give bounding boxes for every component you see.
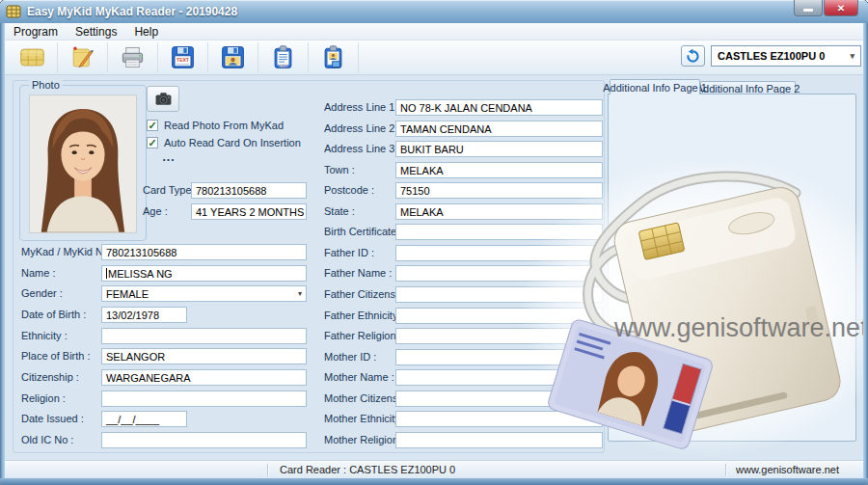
field-value: MELAKA xyxy=(400,206,444,218)
checkbox-label: Read Photo From MyKad xyxy=(164,120,284,131)
checkbox-label: Auto Read Card On Insertion xyxy=(164,137,301,148)
meta-input-card-type[interactable]: 780213105688 xyxy=(191,182,307,199)
left-input-date-of-birth[interactable]: 13/02/1978 xyxy=(101,307,187,323)
field-value: TAMAN CENDANA xyxy=(400,123,492,135)
mid-label-mother-religion: Mother Religion : xyxy=(324,434,404,445)
mid-label-town: Town : xyxy=(324,164,355,175)
menu-settings[interactable]: Settings xyxy=(67,24,125,40)
edit-icon xyxy=(69,44,95,70)
mid-input-birth-certificate[interactable] xyxy=(395,224,603,240)
print-button[interactable] xyxy=(108,42,158,72)
text-caret xyxy=(106,268,107,279)
chevron-down-icon: ▾ xyxy=(850,51,854,61)
reader-select[interactable]: CASTLES EZ100PU 0 ▾ xyxy=(711,45,861,67)
mid-label-mother-ethnicity: Mother Ethnicity : xyxy=(324,413,406,424)
field-value: __/__/____ xyxy=(106,414,159,425)
checkbox-box[interactable]: ✓ xyxy=(147,120,158,131)
capture-photo-button[interactable] xyxy=(147,86,179,112)
left-label-citizenship: Citizenship : xyxy=(21,371,79,383)
tab-additional-info-page-2[interactable]: Additional Info Page 2 xyxy=(700,81,796,94)
mid-input-mother-ethnicity[interactable] xyxy=(395,411,603,427)
mid-label-birth-certificate: Birth Certificate : xyxy=(324,226,402,237)
mid-input-postcode[interactable]: 75150 xyxy=(395,182,603,199)
mid-input-town[interactable]: MELAKA xyxy=(395,162,603,178)
mid-input-mother-id[interactable] xyxy=(395,349,603,365)
mid-label-mother-name: Mother Name : xyxy=(324,371,394,383)
tab-additional-info-page-1[interactable]: Additional Info Page 1 xyxy=(610,79,700,94)
checkbox-read-photo-from-mykad[interactable]: ✓Read Photo From MyKad xyxy=(147,120,284,131)
edit-card-button[interactable] xyxy=(58,42,108,72)
chevron-down-icon: ▾ xyxy=(298,290,302,298)
refresh-reader-button[interactable] xyxy=(681,45,705,67)
left-input-old-ic-no[interactable] xyxy=(101,432,307,448)
copy-text-button[interactable]: TEXT xyxy=(258,42,309,72)
field-value: 75150 xyxy=(400,185,430,197)
field-value: MELISSA NG xyxy=(108,268,173,280)
toolbar: TEXTTEXT CASTLES EZ100PU 0 ▾ xyxy=(5,40,863,75)
more-options-label[interactable]: ... xyxy=(154,150,183,164)
save-text-button[interactable]: TEXT xyxy=(158,42,208,72)
field-value: BUKIT BARU xyxy=(400,144,464,155)
field-value: WARGANEGARA xyxy=(106,372,191,384)
left-input-gender[interactable]: FEMALE▾ xyxy=(101,285,307,302)
additional-info-panel xyxy=(608,94,856,442)
mid-input-address-line-1[interactable]: NO 78-K JALAN CENDANA xyxy=(395,99,603,116)
mid-input-father-ethnicity[interactable] xyxy=(395,308,603,324)
mid-input-father-name[interactable] xyxy=(395,265,603,282)
mid-input-father-religion[interactable] xyxy=(395,328,603,344)
mid-label-father-id: Father ID : xyxy=(324,247,374,258)
meta-label-age: Age : xyxy=(143,205,168,217)
left-label-place-of-birth: Place of Birth : xyxy=(21,350,91,362)
mid-input-mother-name[interactable] xyxy=(395,369,603,386)
left-input-mykad-mykid-no[interactable]: 780213105688 xyxy=(101,244,307,260)
mid-input-father-citizenship[interactable] xyxy=(395,286,603,303)
left-input-name[interactable]: MELISSA NG xyxy=(101,265,307,282)
statusbar-card-reader: Card Reader : CASTLES EZ100PU 0 xyxy=(280,464,455,475)
window-title: Easy MyKid MyKad Reader - 20190428 xyxy=(27,5,237,18)
mid-label-state: State : xyxy=(324,205,355,217)
window-border-right xyxy=(863,23,868,485)
mid-label-father-religion: Father Religion : xyxy=(324,330,402,341)
left-input-ethnicity[interactable] xyxy=(101,328,307,344)
mid-input-father-id[interactable] xyxy=(395,245,603,261)
left-input-religion[interactable] xyxy=(101,391,307,407)
mid-label-mother-id: Mother ID : xyxy=(324,351,376,363)
save-text-icon: TEXT xyxy=(170,44,196,70)
menubar: ProgramSettingsHelp xyxy=(5,23,863,40)
read-card-button[interactable] xyxy=(8,42,58,72)
left-input-place-of-birth[interactable]: SELANGOR xyxy=(101,348,307,364)
mid-input-address-line-2[interactable]: TAMAN CENDANA xyxy=(395,121,603,137)
menu-help[interactable]: Help xyxy=(125,24,167,40)
titlebar[interactable]: Easy MyKid MyKad Reader - 20190428 ✕ xyxy=(0,0,868,23)
photo-portrait xyxy=(29,94,137,233)
left-input-date-issued[interactable]: __/__/____ xyxy=(101,411,187,427)
meta-input-age[interactable]: 41 YEARS 2 MONTHS xyxy=(191,203,307,220)
checkbox-auto-read-card-on-insertion[interactable]: ✓Auto Read Card On Insertion xyxy=(147,137,301,148)
save-photo-button[interactable] xyxy=(208,42,258,72)
save-photo-icon xyxy=(220,44,246,70)
statusbar: Card Reader : CASTLES EZ100PU 0 www.geni… xyxy=(5,461,863,478)
window-border-bottom xyxy=(0,478,868,485)
mid-input-address-line-3[interactable]: BUKIT BARU xyxy=(395,141,603,157)
mid-input-mother-religion[interactable] xyxy=(395,432,603,448)
left-label-gender: Gender : xyxy=(21,287,63,299)
checkbox-box[interactable]: ✓ xyxy=(147,137,158,148)
minimize-icon xyxy=(803,9,813,12)
window-border-left xyxy=(0,23,5,485)
field-value: NO 78-K JALAN CENDANA xyxy=(400,102,532,114)
app-window: Easy MyKid MyKad Reader - 20190428 ✕ Pro… xyxy=(0,0,868,485)
statusbar-separator xyxy=(725,464,726,476)
minimize-button[interactable] xyxy=(794,0,823,16)
mid-input-mother-citizenship[interactable] xyxy=(395,391,603,407)
mid-input-state[interactable]: MELAKA xyxy=(395,203,603,220)
field-value: 780213105688 xyxy=(196,185,266,197)
left-label-old-ic-no: Old IC No : xyxy=(21,434,73,445)
left-input-citizenship[interactable]: WARGANEGARA xyxy=(101,369,307,386)
copy-photo-button[interactable] xyxy=(309,42,359,72)
menu-program[interactable]: Program xyxy=(5,24,67,40)
mid-label-address-line-3: Address Line 3 : xyxy=(324,143,401,154)
copy-text-icon: TEXT xyxy=(270,44,296,70)
meta-label-card-type: Card Type : xyxy=(143,184,198,196)
close-button[interactable]: ✕ xyxy=(824,0,858,16)
field-value: SELANGOR xyxy=(106,351,165,363)
